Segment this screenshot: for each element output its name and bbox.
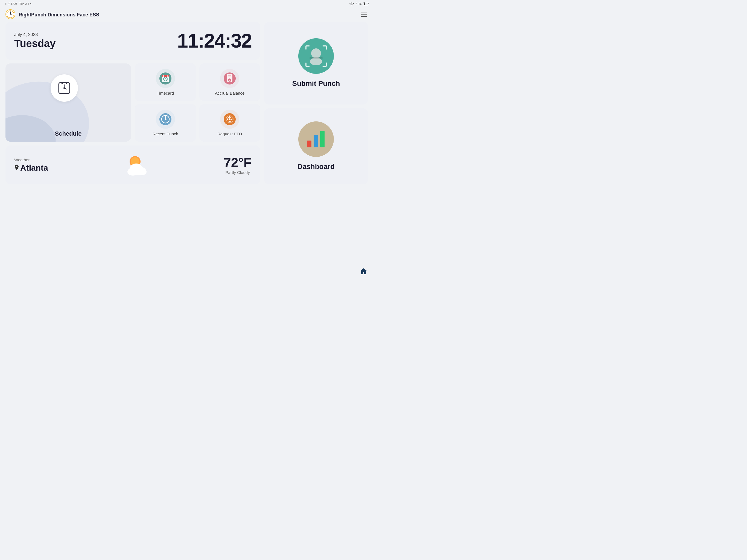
menu-button[interactable] xyxy=(360,11,368,18)
svg-rect-50 xyxy=(307,141,311,147)
status-bar: 11:24 AM Tue Jul 4 21% xyxy=(0,0,374,8)
request-pto-label: Request PTO xyxy=(217,131,242,136)
svg-point-40 xyxy=(229,119,231,120)
chart-icon xyxy=(298,121,334,157)
svg-point-6 xyxy=(10,14,11,15)
location-pin-icon xyxy=(14,163,19,173)
app-title: RightPunch Dimensions Face ESS xyxy=(19,12,99,18)
timecard-card[interactable]: Timecard xyxy=(135,63,196,101)
face-scan-icon xyxy=(298,38,334,74)
svg-point-48 xyxy=(310,58,322,65)
svg-rect-1 xyxy=(364,2,365,5)
recent-punch-card[interactable]: Recent Punch xyxy=(135,104,196,142)
submit-punch-card[interactable]: Submit Punch xyxy=(264,22,368,104)
svg-rect-51 xyxy=(314,135,318,147)
svg-point-46 xyxy=(130,163,142,172)
dashboard-label: Dashboard xyxy=(298,162,335,171)
dashboard-card[interactable]: Dashboard xyxy=(264,108,368,184)
svg-rect-27 xyxy=(228,75,231,76)
timecard-label: Timecard xyxy=(157,91,174,96)
home-button[interactable] xyxy=(359,267,368,276)
svg-point-47 xyxy=(311,48,321,58)
battery-icon xyxy=(363,2,369,6)
weather-icon xyxy=(121,152,151,178)
weather-card: Weather Atlanta xyxy=(5,146,260,184)
date-label: July 4, 2023 xyxy=(14,32,55,37)
svg-rect-24 xyxy=(167,75,168,77)
weather-label: Weather xyxy=(14,157,48,162)
svg-rect-28 xyxy=(228,77,231,77)
svg-rect-23 xyxy=(163,75,164,77)
day-name: Tuesday xyxy=(14,38,55,50)
time-display: 11:24:32 xyxy=(177,29,252,52)
accrual-balance-card[interactable]: $ Accrual Balance xyxy=(199,63,261,101)
svg-rect-52 xyxy=(320,131,325,147)
app-header: RightPunch Dimensions Face ESS xyxy=(0,8,374,22)
weather-temp: 72°F xyxy=(224,155,252,170)
schedule-card[interactable]: Schedule xyxy=(5,63,131,142)
status-day: Tue Jul 4 xyxy=(19,2,31,5)
weather-description: Partly Cloudy xyxy=(224,170,252,175)
schedule-clock xyxy=(51,74,78,102)
wifi-icon xyxy=(350,2,354,6)
weather-city: Atlanta xyxy=(20,163,48,173)
app-logo xyxy=(5,9,15,20)
request-pto-card[interactable]: Request PTO xyxy=(199,104,261,142)
schedule-label: Schedule xyxy=(55,130,82,137)
submit-punch-label: Submit Punch xyxy=(292,79,340,88)
battery-percent: 21% xyxy=(356,2,361,5)
svg-rect-19 xyxy=(162,75,169,77)
accrual-balance-label: Accrual Balance xyxy=(215,91,244,96)
status-time: 11:24 AM xyxy=(4,2,17,5)
svg-text:$: $ xyxy=(229,79,231,82)
datetime-card: July 4, 2023 Tuesday 11:24:32 xyxy=(5,22,260,59)
recent-punch-label: Recent Punch xyxy=(153,131,178,136)
svg-point-37 xyxy=(165,119,166,120)
